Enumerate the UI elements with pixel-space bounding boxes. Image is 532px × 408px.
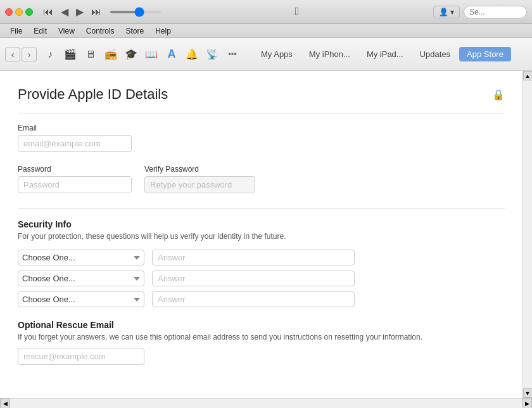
password-input[interactable]	[18, 176, 132, 193]
security-row-1: Choose One...	[18, 250, 505, 265]
lock-icon: 🔒	[492, 89, 505, 101]
nav-icons: ♪ 🎬 🖥 📻 🎓 📖 A 🔔 📡 •••	[41, 45, 242, 64]
security-answer-2[interactable]	[152, 271, 355, 286]
volume-slider[interactable]	[110, 11, 161, 13]
tab-my-iphone[interactable]: My iPhon...	[301, 47, 358, 61]
nav-arrows: ‹ ›	[5, 48, 37, 61]
titlebar: ⏮ ◀ ▶ ⏭  👤 ▾	[0, 0, 532, 24]
menu-help[interactable]: Help	[150, 26, 176, 36]
apple-logo: 	[295, 5, 300, 18]
scroll-down-arrow[interactable]: ▼	[523, 388, 533, 398]
search-input[interactable]	[464, 6, 527, 18]
movies-icon[interactable]: 🎬	[61, 45, 80, 64]
title-divider	[18, 113, 505, 113]
optional-rescue-title: Optional Rescue Email	[18, 320, 505, 330]
page-title: Provide Apple ID Details	[18, 86, 168, 103]
radio2-icon[interactable]: 📡	[203, 45, 222, 64]
tab-updates[interactable]: Updates	[412, 47, 458, 61]
content-wrapper: Provide Apple ID Details 🔒 Email Passwor…	[0, 71, 532, 398]
security-select-2[interactable]: Choose One...	[18, 271, 144, 286]
security-row-2: Choose One...	[18, 271, 505, 286]
user-account-button[interactable]: 👤 ▾	[433, 6, 460, 18]
scroll-up-arrow[interactable]: ▲	[523, 71, 533, 80]
scroll-right-arrow[interactable]: ▶	[522, 398, 532, 409]
password-divider	[18, 208, 505, 209]
security-section: Security Info For your protection, these…	[18, 219, 505, 307]
scroll-left-arrow[interactable]: ◀	[0, 398, 10, 409]
optional-rescue-section: Optional Rescue Email If you forget your…	[18, 320, 505, 365]
email-group: Email	[18, 124, 505, 152]
transport-controls: ⏮ ◀ ▶ ⏭	[41, 4, 104, 19]
nav-back-arrow[interactable]: ‹	[5, 48, 20, 61]
menubar: File Edit View Controls Store Help	[0, 24, 532, 38]
security-title: Security Info	[18, 219, 505, 229]
tv-icon[interactable]: 🖥	[81, 45, 100, 64]
ping-icon[interactable]: 🔔	[182, 45, 201, 64]
nav-forward-arrow[interactable]: ›	[22, 48, 37, 61]
nav-tabs: My Apps My iPhon... My iPad... Updates A…	[253, 47, 511, 61]
menu-view[interactable]: View	[53, 26, 80, 36]
tab-my-ipad[interactable]: My iPad...	[359, 47, 411, 61]
user-chevron-icon: ▾	[450, 8, 454, 16]
back-button[interactable]: ◀	[58, 4, 71, 19]
password-row: Password Verify Password	[18, 165, 505, 193]
optional-rescue-description: If you forget your answers, we can use t…	[18, 333, 505, 341]
rewind-button[interactable]: ⏮	[41, 5, 56, 19]
play-button[interactable]: ▶	[73, 4, 86, 19]
rescue-email-input[interactable]	[18, 348, 144, 365]
verify-password-input[interactable]	[144, 176, 255, 193]
maximize-button[interactable]	[25, 8, 33, 16]
books-icon[interactable]: 📖	[142, 45, 161, 64]
menu-store[interactable]: Store	[121, 26, 149, 36]
vertical-scrollbar: ▲ ▼	[522, 71, 532, 398]
security-answer-3[interactable]	[152, 291, 355, 307]
email-label: Email	[18, 124, 505, 132]
scrollbar-track[interactable]	[523, 80, 532, 388]
menu-edit[interactable]: Edit	[28, 26, 52, 36]
verify-password-group: Verify Password	[144, 165, 255, 193]
music-icon[interactable]: ♪	[41, 45, 60, 64]
menu-controls[interactable]: Controls	[81, 26, 120, 36]
close-button[interactable]	[5, 8, 13, 16]
security-answer-1[interactable]	[152, 250, 355, 265]
horizontal-scrollbar: ◀ ▶	[0, 398, 532, 408]
radio-icon[interactable]: 📻	[101, 45, 120, 64]
security-row-3: Choose One...	[18, 291, 505, 307]
security-select-1[interactable]: Choose One...	[18, 250, 144, 265]
forward-button[interactable]: ⏭	[89, 5, 104, 19]
email-section: Email	[18, 124, 505, 152]
page-title-row: Provide Apple ID Details 🔒	[18, 86, 505, 103]
menu-file[interactable]: File	[5, 26, 27, 36]
password-label: Password	[18, 165, 132, 174]
itunes-u-icon[interactable]: 🎓	[122, 45, 141, 64]
verify-password-label: Verify Password	[144, 165, 255, 174]
apps-icon[interactable]: A	[162, 45, 181, 64]
password-group: Password	[18, 165, 132, 193]
security-description: For your protection, these questions wil…	[18, 232, 505, 241]
user-icon: 👤	[439, 8, 448, 16]
more-icon[interactable]: •••	[223, 45, 242, 64]
navbar: ‹ › ♪ 🎬 🖥 📻 🎓 📖 A 🔔 📡 ••• My Apps My iPh…	[0, 38, 532, 71]
window-controls	[5, 8, 33, 16]
security-select-3[interactable]: Choose One...	[18, 291, 144, 307]
h-scrollbar-track[interactable]	[10, 398, 522, 408]
tab-app-store[interactable]: App Store	[459, 47, 511, 61]
email-input[interactable]	[18, 135, 132, 152]
minimize-button[interactable]	[15, 8, 23, 16]
main-content: Provide Apple ID Details 🔒 Email Passwor…	[0, 71, 522, 398]
tab-my-apps[interactable]: My Apps	[253, 47, 300, 61]
